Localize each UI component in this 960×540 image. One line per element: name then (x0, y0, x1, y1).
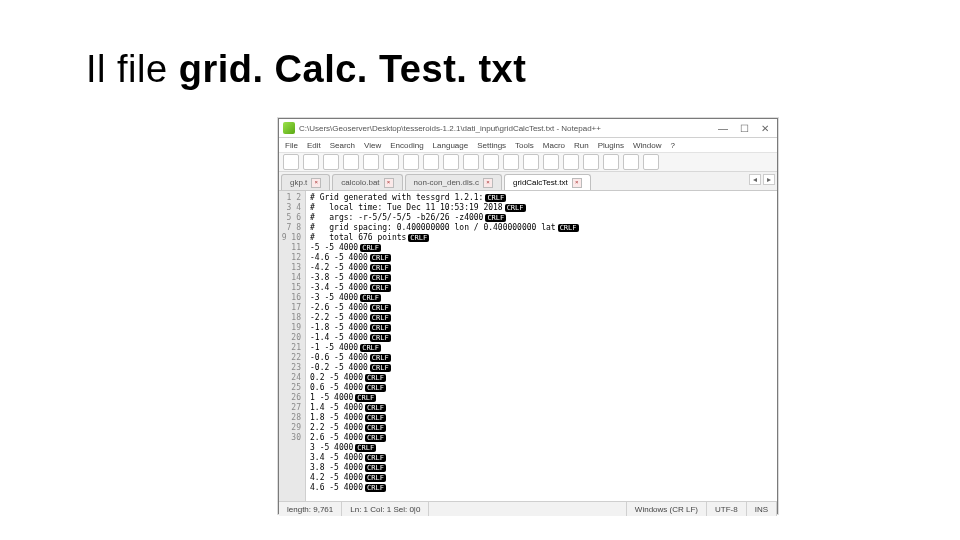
toolbar-button[interactable] (403, 154, 419, 170)
tab-calcolo-bat[interactable]: calcolo.bat× (332, 174, 402, 190)
app-icon (283, 122, 295, 134)
crlf-icon: CRLF (370, 284, 391, 292)
crlf-icon: CRLF (365, 454, 386, 462)
close-button[interactable]: ✕ (761, 123, 769, 134)
notepadpp-window: C:\Users\Geoserver\Desktop\tesseroids-1.… (278, 118, 778, 514)
menu-search[interactable]: Search (330, 141, 355, 150)
crlf-icon: CRLF (360, 344, 381, 352)
toolbar-button[interactable] (563, 154, 579, 170)
tab-nav: ◂▸ (749, 174, 775, 185)
crlf-icon: CRLF (505, 204, 526, 212)
crlf-icon: CRLF (370, 274, 391, 282)
toolbar-button[interactable] (423, 154, 439, 170)
toolbar-button[interactable] (523, 154, 539, 170)
menu-tools[interactable]: Tools (515, 141, 534, 150)
menu-macro[interactable]: Macro (543, 141, 565, 150)
toolbar-button[interactable] (363, 154, 379, 170)
status-pos: Ln: 1 Col: 1 Sel: 0|0 (342, 502, 429, 516)
crlf-icon: CRLF (365, 374, 386, 382)
crlf-icon: CRLF (365, 424, 386, 432)
crlf-icon: CRLF (370, 354, 391, 362)
titlebar: C:\Users\Geoserver\Desktop\tesseroids-1.… (279, 119, 777, 138)
toolbar-button[interactable] (463, 154, 479, 170)
toolbar-button[interactable] (343, 154, 359, 170)
toolbar-button[interactable] (443, 154, 459, 170)
tab-close-icon[interactable]: × (384, 178, 394, 188)
crlf-icon: CRLF (365, 464, 386, 472)
crlf-icon: CRLF (370, 314, 391, 322)
crlf-icon: CRLF (355, 394, 376, 402)
menubar: FileEditSearchViewEncodingLanguageSettin… (279, 138, 777, 153)
crlf-icon: CRLF (365, 404, 386, 412)
maximize-button[interactable]: ☐ (740, 123, 749, 134)
menu-language[interactable]: Language (433, 141, 469, 150)
status-eol: Windows (CR LF) (627, 502, 707, 516)
tab-label: gridCalcTest.txt (513, 178, 568, 187)
tab-non-con-den-dis-c[interactable]: non-con_den.dis.c× (405, 174, 502, 190)
tab-label: gkp.t (290, 178, 307, 187)
tab-close-icon[interactable]: × (572, 178, 582, 188)
crlf-icon: CRLF (485, 214, 506, 222)
crlf-icon: CRLF (360, 244, 381, 252)
slide-heading: Il file grid. Calc. Test. txt (86, 48, 526, 91)
tab-gridcalctest-txt[interactable]: gridCalcTest.txt× (504, 174, 591, 190)
window-title: C:\Users\Geoserver\Desktop\tesseroids-1.… (299, 124, 710, 133)
menu-view[interactable]: View (364, 141, 381, 150)
toolbar-button[interactable] (303, 154, 319, 170)
toolbar-button[interactable] (643, 154, 659, 170)
crlf-icon: CRLF (408, 234, 429, 242)
toolbar-button[interactable] (383, 154, 399, 170)
crlf-icon: CRLF (365, 414, 386, 422)
tab-label: non-con_den.dis.c (414, 178, 479, 187)
tab-close-icon[interactable]: × (311, 178, 321, 188)
toolbar-button[interactable] (483, 154, 499, 170)
menu-window[interactable]: Window (633, 141, 661, 150)
toolbar-button[interactable] (323, 154, 339, 170)
toolbar-button[interactable] (283, 154, 299, 170)
crlf-icon: CRLF (370, 324, 391, 332)
menu-run[interactable]: Run (574, 141, 589, 150)
crlf-icon: CRLF (370, 254, 391, 262)
tab-gkp-t[interactable]: gkp.t× (281, 174, 330, 190)
menu-plugins[interactable]: Plugins (598, 141, 624, 150)
toolbar-button[interactable] (603, 154, 619, 170)
crlf-icon: CRLF (485, 194, 506, 202)
line-gutter: 1 2 3 4 5 6 7 8 9 10 11 12 13 14 15 16 1… (279, 191, 306, 501)
menu-file[interactable]: File (285, 141, 298, 150)
crlf-icon: CRLF (360, 294, 381, 302)
toolbar (279, 153, 777, 172)
menu-edit[interactable]: Edit (307, 141, 321, 150)
crlf-icon: CRLF (558, 224, 579, 232)
crlf-icon: CRLF (370, 334, 391, 342)
toolbar-button[interactable] (583, 154, 599, 170)
crlf-icon: CRLF (365, 434, 386, 442)
toolbar-button[interactable] (623, 154, 639, 170)
crlf-icon: CRLF (365, 484, 386, 492)
crlf-icon: CRLF (370, 364, 391, 372)
heading-prefix: Il file (86, 48, 179, 90)
status-enc: UTF-8 (707, 502, 747, 516)
crlf-icon: CRLF (370, 264, 391, 272)
editor: 1 2 3 4 5 6 7 8 9 10 11 12 13 14 15 16 1… (279, 191, 777, 501)
tab-prev-button[interactable]: ◂ (749, 174, 761, 185)
status-mode: INS (747, 502, 777, 516)
tab-close-icon[interactable]: × (483, 178, 493, 188)
tab-bar: gkp.t×calcolo.bat×non-con_den.dis.c×grid… (279, 172, 777, 191)
crlf-icon: CRLF (365, 474, 386, 482)
tab-label: calcolo.bat (341, 178, 379, 187)
toolbar-button[interactable] (503, 154, 519, 170)
menu-settings[interactable]: Settings (477, 141, 506, 150)
minimize-button[interactable]: — (718, 123, 728, 134)
crlf-icon: CRLF (365, 384, 386, 392)
statusbar: length: 9,761 Ln: 1 Col: 1 Sel: 0|0 Wind… (279, 501, 777, 516)
tab-next-button[interactable]: ▸ (763, 174, 775, 185)
menu-?[interactable]: ? (670, 141, 674, 150)
heading-bold: grid. Calc. Test. txt (179, 48, 527, 90)
menu-encoding[interactable]: Encoding (390, 141, 423, 150)
toolbar-button[interactable] (543, 154, 559, 170)
status-length: length: 9,761 (279, 502, 342, 516)
crlf-icon: CRLF (370, 304, 391, 312)
code-area[interactable]: # Grid generated with tessgrd 1.2.1:CRLF… (306, 191, 777, 501)
crlf-icon: CRLF (355, 444, 376, 452)
